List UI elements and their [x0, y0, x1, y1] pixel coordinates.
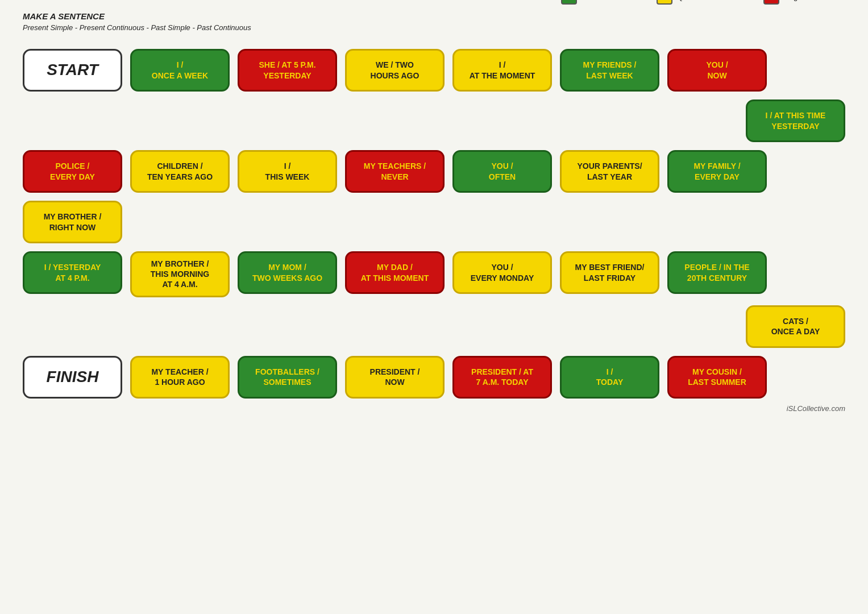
cell-r5c3[interactable]: MY MOM / TWO WEEKS AGO	[238, 251, 337, 294]
cell-r4c1[interactable]: MY BROTHER / RIGHT NOW	[23, 201, 122, 243]
cell-r5c1[interactable]: I / YESTERDAY AT 4 P.M.	[23, 251, 122, 294]
cell-r7c6[interactable]: MY COUSIN / LAST SUMMER	[667, 356, 767, 399]
cell-r2c1[interactable]: I / AT THIS TIME YESTERDAY	[746, 99, 845, 142]
cell-r3c3[interactable]: I / THIS WEEK	[238, 150, 337, 193]
cell-r7c4[interactable]: PRESIDENT / AT 7 A.M. TODAY	[452, 356, 552, 399]
cell-r7c3[interactable]: PRESIDENT / NOW	[345, 356, 445, 399]
page-header: MAKE A SENTENCE Present Simple - Present…	[23, 11, 845, 32]
cell-r5c4[interactable]: MY DAD / AT THIS MOMENT	[345, 251, 445, 294]
cell-r5c5[interactable]: YOU / EVERY MONDAY	[452, 251, 552, 294]
board-row-row5: I / YESTERDAY AT 4 P.M.MY BROTHER / THIS…	[23, 251, 845, 297]
legend-negative-label: Negative sentence	[784, 0, 845, 1]
cell-r3c4[interactable]: MY TEACHERS / NEVER	[345, 150, 445, 193]
legend: Positive sentence Question Negative sent…	[561, 0, 845, 5]
board-row-row3: POLICE / EVERY DAYCHILDREN / TEN YEARS A…	[23, 150, 845, 193]
cell-r5c6[interactable]: MY BEST FRIEND/ LAST FRIDAY	[560, 251, 659, 294]
board-row-row7: FINISHMY TEACHER / 1 HOUR AGOFOOTBALLERS…	[23, 356, 845, 399]
board-row-row6: CATS / ONCE A DAY	[23, 305, 845, 348]
board-row-row2: I / AT THIS TIME YESTERDAY	[23, 99, 845, 142]
page-subtitle: Present Simple - Present Continuous - Pa…	[23, 23, 251, 32]
cell-start[interactable]: START	[23, 49, 122, 92]
cell-r1c6[interactable]: YOU / NOW	[667, 49, 767, 92]
cell-r3c1[interactable]: POLICE / EVERY DAY	[23, 150, 122, 193]
cell-finish[interactable]: FINISH	[23, 356, 122, 399]
board-row-row1: STARTI / ONCE A WEEKSHE / AT 5 P.M. YEST…	[23, 49, 845, 92]
game-board: STARTI / ONCE A WEEKSHE / AT 5 P.M. YEST…	[23, 49, 845, 399]
cell-r7c2[interactable]: FOOTBALLERS / SOMETIMES	[238, 356, 337, 399]
cell-r3c6[interactable]: YOUR PARENTS/ LAST YEAR	[560, 150, 659, 193]
legend-green-box	[561, 0, 577, 5]
legend-negative: Negative sentence	[763, 0, 845, 5]
legend-question-label: Question	[677, 0, 707, 1]
page-title: MAKE A SENTENCE	[23, 11, 251, 21]
legend-positive: Positive sentence	[561, 0, 639, 5]
cell-r1c1[interactable]: I / ONCE A WEEK	[130, 49, 230, 92]
cell-r1c4[interactable]: I / AT THE MOMENT	[452, 49, 552, 92]
legend-question: Question	[657, 0, 707, 5]
cell-r3c7[interactable]: MY FAMILY / EVERY DAY	[667, 150, 767, 193]
legend-red-box	[763, 0, 779, 5]
cell-r5c2[interactable]: MY BROTHER / THIS MORNING AT 4 A.M.	[130, 251, 230, 297]
cell-r5c7[interactable]: PEOPLE / IN THE 20TH CENTURY	[667, 251, 767, 294]
cell-r1c3[interactable]: WE / TWO HOURS AGO	[345, 49, 445, 92]
cell-r7c1[interactable]: MY TEACHER / 1 HOUR AGO	[130, 356, 230, 399]
footer-credit: iSLCollective.com	[23, 404, 845, 413]
cell-r3c5[interactable]: YOU / OFTEN	[452, 150, 552, 193]
cell-r6c1[interactable]: CATS / ONCE A DAY	[746, 305, 845, 348]
board-row-row4: MY BROTHER / RIGHT NOW	[23, 201, 845, 243]
cell-r1c2[interactable]: SHE / AT 5 P.M. YESTERDAY	[238, 49, 337, 92]
legend-positive-label: Positive sentence	[582, 0, 639, 1]
cell-r1c5[interactable]: MY FRIENDS / LAST WEEK	[560, 49, 659, 92]
cell-r3c2[interactable]: CHILDREN / TEN YEARS AGO	[130, 150, 230, 193]
legend-yellow-box	[657, 0, 672, 5]
cell-r7c5[interactable]: I / TODAY	[560, 356, 659, 399]
